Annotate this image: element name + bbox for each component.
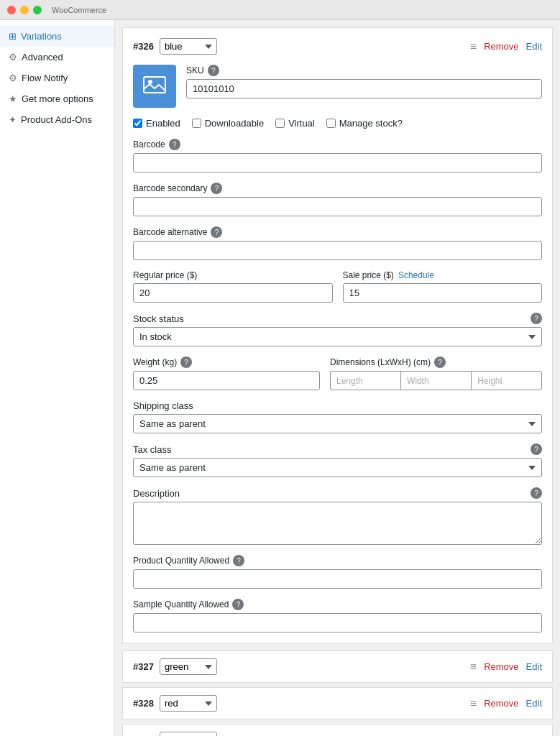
- dimensions-inputs: [330, 371, 542, 390]
- app-window: WooCommerce ⊞ Variations ⚙ Advanced ⚙ Fl…: [0, 0, 560, 736]
- tax-class-help-icon[interactable]: ?: [531, 443, 542, 455]
- height-input[interactable]: [471, 371, 542, 390]
- barcode-secondary-label: Barcode secondary: [133, 183, 207, 193]
- stock-status-help-icon[interactable]: ?: [531, 313, 542, 324]
- variation-327-right: ≡ Remove Edit: [470, 661, 542, 673]
- length-input[interactable]: [330, 371, 400, 390]
- title-bar: WooCommerce: [0, 0, 560, 20]
- sample-quantity-label: Sample Quantity Allowed: [133, 599, 229, 610]
- variation-image[interactable]: [133, 65, 176, 108]
- weight-input[interactable]: [133, 371, 320, 390]
- variation-327-menu-icon[interactable]: ≡: [470, 661, 477, 673]
- sample-quantity-help-icon[interactable]: ?: [232, 599, 244, 610]
- maximize-button[interactable]: [33, 6, 42, 14]
- variation-326-section: #326 blue green red ≡ Remove Edit: [122, 27, 553, 643]
- variation-327-select[interactable]: green blue red: [160, 658, 217, 675]
- price-row: Regular price ($) Sale price ($) Schedul…: [133, 270, 542, 303]
- virtual-checkbox[interactable]: [275, 119, 285, 128]
- manage-stock-label: Manage stock?: [339, 118, 403, 129]
- variation-329-right: ≡ Remove Edit: [470, 734, 542, 737]
- downloadable-checkbox[interactable]: [192, 119, 201, 128]
- regular-price-field: Regular price ($): [133, 270, 333, 303]
- sidebar-item-product-add-ons-label: Product Add-Ons: [21, 114, 92, 125]
- regular-price-input[interactable]: [133, 283, 333, 303]
- sidebar-item-product-add-ons[interactable]: ✦ Product Add-Ons: [0, 109, 114, 130]
- variation-328-section: #328 red blue green ≡ Remove Edit: [122, 687, 553, 719]
- sidebar-item-variations-label: Variations: [21, 31, 62, 42]
- enabled-checkbox-label[interactable]: Enabled: [133, 118, 180, 129]
- variation-326-header-right: ≡ Remove Edit: [470, 40, 542, 53]
- variation-326-edit-link[interactable]: Edit: [526, 41, 542, 52]
- sku-help-icon[interactable]: ?: [208, 65, 219, 76]
- barcode-alternative-help-icon[interactable]: ?: [211, 226, 222, 238]
- sku-input[interactable]: [186, 79, 542, 98]
- manage-stock-checkbox-label[interactable]: Manage stock?: [326, 118, 403, 129]
- barcode-field-group: Barcode ?: [133, 139, 542, 172]
- image-sku-row: SKU ?: [133, 65, 542, 108]
- stock-status-label: Stock status: [133, 313, 184, 324]
- variation-328-remove-link[interactable]: Remove: [484, 698, 518, 709]
- variation-328-select[interactable]: red blue green: [160, 695, 217, 712]
- variation-326-remove-link[interactable]: Remove: [484, 41, 518, 52]
- barcode-label: Barcode: [133, 139, 165, 150]
- variation-328-edit-link[interactable]: Edit: [526, 698, 542, 709]
- variation-329-menu-icon[interactable]: ≡: [470, 734, 477, 737]
- sidebar-item-flow-notify[interactable]: ⚙ Flow Notify: [0, 68, 114, 88]
- dimensions-label: Dimensions (LxWxH) (cm): [330, 357, 431, 367]
- variation-327-remove-link[interactable]: Remove: [484, 661, 518, 672]
- variation-328-right: ≡ Remove Edit: [470, 697, 542, 710]
- virtual-checkbox-label[interactable]: Virtual: [275, 118, 315, 129]
- dimensions-help-icon[interactable]: ?: [434, 356, 446, 368]
- variation-326-color-select[interactable]: blue green red: [160, 38, 217, 55]
- weight-group: Weight (kg) ?: [133, 356, 320, 390]
- shipping-class-select[interactable]: Same as parent: [133, 414, 542, 433]
- variation-329-select[interactable]: color blue green red: [160, 732, 217, 736]
- minimize-button[interactable]: [20, 6, 29, 14]
- advanced-icon: ⚙: [9, 52, 17, 63]
- content-area: #326 blue green red ≡ Remove Edit: [115, 20, 560, 736]
- sidebar-item-get-more-options[interactable]: ★ Get more options: [0, 88, 114, 109]
- sale-price-field: Sale price ($) Schedule: [343, 270, 543, 303]
- barcode-input[interactable]: [133, 153, 542, 172]
- barcode-secondary-input[interactable]: [133, 197, 542, 216]
- variation-326-menu-icon[interactable]: ≡: [470, 40, 477, 53]
- manage-stock-checkbox[interactable]: [326, 119, 336, 128]
- stock-status-field: Stock status ? In stock Out of stock On …: [133, 313, 542, 346]
- sku-label: SKU: [186, 65, 204, 75]
- width-input[interactable]: [400, 371, 471, 390]
- schedule-link[interactable]: Schedule: [398, 270, 434, 280]
- description-label: Description: [133, 488, 180, 499]
- tax-class-select[interactable]: Same as parent: [133, 458, 542, 477]
- enabled-checkbox[interactable]: [133, 119, 142, 128]
- product-quantity-help-icon[interactable]: ?: [233, 555, 244, 566]
- svg-point-1: [148, 80, 152, 84]
- product-quantity-field: Product Quantity Allowed ?: [133, 555, 542, 589]
- sidebar-item-advanced-label: Advanced: [22, 52, 63, 63]
- barcode-help-icon[interactable]: ?: [169, 139, 180, 150]
- barcode-secondary-field-group: Barcode secondary ?: [133, 183, 542, 216]
- variation-327-id: #327: [133, 661, 154, 672]
- shipping-class-label: Shipping class: [133, 400, 542, 411]
- barcode-secondary-help-icon[interactable]: ?: [211, 183, 222, 194]
- enabled-label: Enabled: [146, 118, 180, 129]
- regular-price-label: Regular price ($): [133, 270, 197, 280]
- description-help-icon[interactable]: ?: [531, 487, 542, 499]
- description-textarea[interactable]: [133, 502, 542, 545]
- close-button[interactable]: [7, 6, 16, 14]
- barcode-alternative-field-group: Barcode alternative ?: [133, 226, 542, 260]
- get-more-options-icon: ★: [9, 93, 17, 104]
- sample-quantity-input[interactable]: [133, 613, 542, 632]
- barcode-alternative-input[interactable]: [133, 241, 542, 260]
- variation-327-edit-link[interactable]: Edit: [526, 661, 542, 672]
- sidebar-item-variations[interactable]: ⊞ Variations: [0, 26, 114, 47]
- sample-quantity-field: Sample Quantity Allowed ?: [133, 599, 542, 632]
- downloadable-checkbox-label[interactable]: Downloadable: [192, 118, 264, 129]
- sidebar-item-advanced[interactable]: ⚙ Advanced: [0, 47, 114, 68]
- product-quantity-input[interactable]: [133, 569, 542, 589]
- sale-price-input[interactable]: [343, 283, 543, 303]
- barcode-alternative-label: Barcode alternative: [133, 227, 207, 237]
- variation-328-menu-icon[interactable]: ≡: [470, 697, 477, 710]
- stock-status-select[interactable]: In stock Out of stock On backorder: [133, 327, 542, 346]
- shipping-class-field: Shipping class Same as parent: [133, 400, 542, 433]
- weight-help-icon[interactable]: ?: [180, 356, 192, 368]
